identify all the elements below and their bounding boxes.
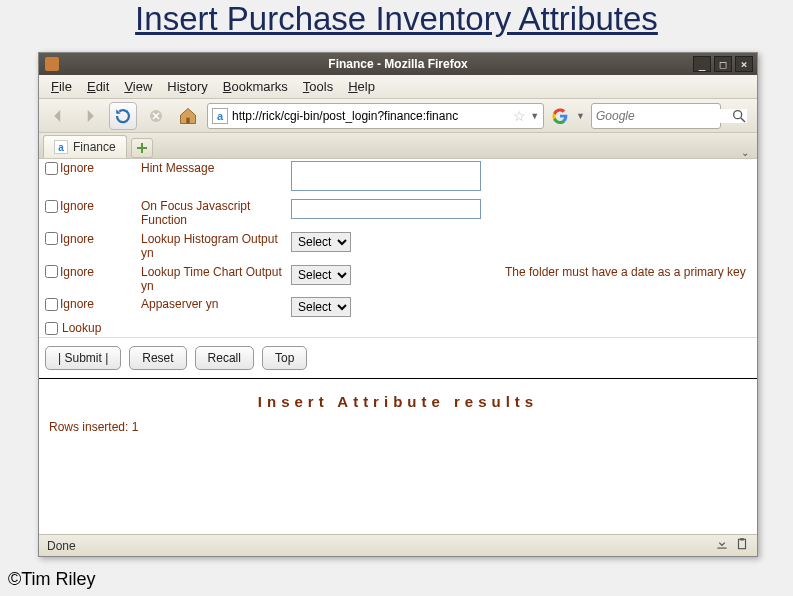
forward-button[interactable] [77,103,103,129]
new-tab-button[interactable] [131,138,153,158]
svg-rect-4 [717,548,726,549]
site-favicon-icon: a [212,108,228,124]
ignore-checkbox-0[interactable] [45,162,58,175]
field-label-hint-message: Hint Message [137,159,289,177]
select-timechart-yn[interactable]: Select [291,265,351,285]
menu-tools[interactable]: Tools [297,77,339,96]
stop-button[interactable] [143,103,169,129]
ignore-label: Ignore [60,199,94,213]
field-label-histogram: Lookup Histogram Output yn [137,230,289,263]
top-button[interactable]: Top [262,346,307,370]
url-dropdown-icon[interactable]: ▼ [530,111,539,121]
svg-line-3 [741,118,745,122]
menu-history[interactable]: History [161,77,213,96]
tab-bar: a Finance ⌄ [39,133,757,159]
search-engine-icon[interactable] [550,106,570,126]
status-bar: Done [39,534,757,556]
bookmark-star-icon[interactable]: ☆ [513,108,526,124]
menu-help[interactable]: Help [342,77,381,96]
menubar: File Edit View History Bookmarks Tools H… [39,75,757,99]
navbar: a ☆ ▼ ▼ [39,99,757,133]
ignore-checkbox-3[interactable] [45,265,58,278]
input-hint-message[interactable] [291,161,481,191]
rows-inserted-text: Rows inserted: 1 [39,420,757,444]
menu-view[interactable]: View [118,77,158,96]
search-engine-dropdown-icon[interactable]: ▼ [576,111,585,121]
app-icon [45,57,59,71]
copyright-text: ©Tim Riley [8,569,96,590]
search-go-button[interactable] [727,104,751,128]
ignore-checkbox-4[interactable] [45,298,58,311]
tab-label: Finance [73,140,116,154]
menu-file[interactable]: File [45,77,78,96]
reload-button[interactable] [109,102,137,130]
svg-rect-5 [739,539,746,548]
ignore-label: Ignore [60,232,94,246]
window-titlebar: Finance - Mozilla Firefox _ □ × [39,53,757,75]
url-input[interactable] [232,109,509,123]
url-bar[interactable]: a ☆ ▼ [207,103,544,129]
field-note-timechart: The folder must have a date as a primary… [499,263,757,281]
select-histogram-yn[interactable]: Select [291,232,351,252]
search-bar[interactable] [591,103,721,129]
download-icon[interactable] [715,537,729,554]
clipboard-icon[interactable] [735,537,749,554]
lookup-label: Lookup [62,321,101,335]
ignore-checkbox-2[interactable] [45,232,58,245]
submit-button[interactable]: | Submit | [45,346,121,370]
svg-point-2 [734,110,742,118]
ignore-label: Ignore [60,161,94,175]
tab-favicon-icon: a [54,140,68,154]
recall-button[interactable]: Recall [195,346,254,370]
tab-list-dropdown-icon[interactable]: ⌄ [739,147,757,158]
field-label-timechart: Lookup Time Chart Output yn [137,263,289,296]
search-input[interactable] [596,109,747,123]
window-title: Finance - Mozilla Firefox [328,57,467,71]
slide-title: Insert Purchase Inventory Attributes [0,0,793,38]
page-content: Ignore Hint Message Ignore On Focus Java… [39,159,757,534]
svg-rect-1 [186,117,189,123]
input-onfocus-js[interactable] [291,199,481,219]
status-text: Done [47,539,76,553]
minimize-button[interactable]: _ [693,56,711,72]
ignore-label: Ignore [60,265,94,279]
reset-button[interactable]: Reset [129,346,186,370]
select-appaserver-yn[interactable]: Select [291,297,351,317]
ignore-checkbox-1[interactable] [45,200,58,213]
back-button[interactable] [45,103,71,129]
field-label-onfocus: On Focus Javascript Function [137,197,289,230]
ignore-label: Ignore [60,297,94,311]
tab-finance[interactable]: a Finance [43,135,127,158]
lookup-checkbox[interactable] [45,322,58,335]
browser-window: Finance - Mozilla Firefox _ □ × File Edi… [38,52,758,557]
svg-rect-6 [740,538,744,540]
field-label-appaserver: Appaserver yn [137,295,289,313]
maximize-button[interactable]: □ [714,56,732,72]
home-button[interactable] [175,103,201,129]
close-button[interactable]: × [735,56,753,72]
menu-bookmarks[interactable]: Bookmarks [217,77,294,96]
menu-edit[interactable]: Edit [81,77,115,96]
results-heading: Insert Attribute results [39,379,757,420]
